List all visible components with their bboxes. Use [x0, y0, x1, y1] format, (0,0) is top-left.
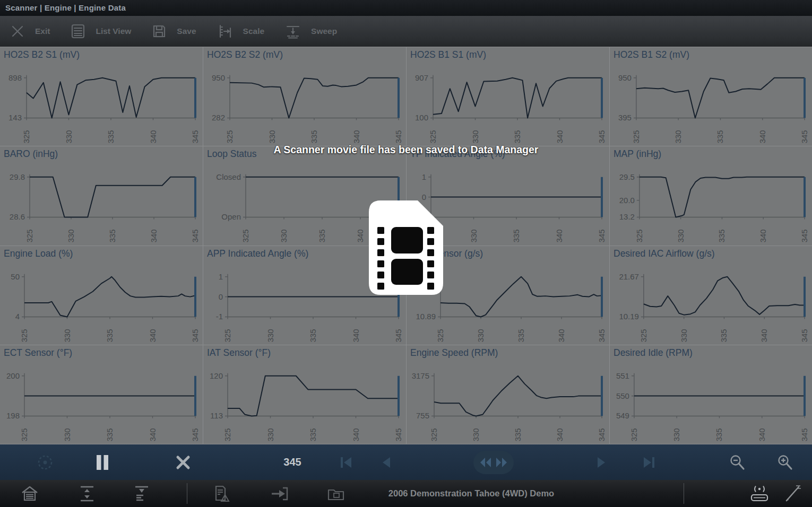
skip-start-icon	[339, 456, 353, 469]
exit-icon	[11, 24, 24, 38]
svg-text:335: 335	[105, 329, 114, 342]
svg-text:325: 325	[22, 130, 31, 143]
zoom-in-icon	[777, 454, 793, 470]
svg-text:0: 0	[219, 292, 223, 301]
collapse-button[interactable]	[133, 480, 151, 507]
movie-file-icon	[369, 200, 443, 295]
svg-text:340: 340	[149, 230, 158, 243]
chart-plot: 504325330335340345	[0, 246, 203, 345]
expand-button[interactable]	[78, 480, 96, 507]
svg-text:950: 950	[212, 73, 225, 82]
svg-text:330: 330	[64, 130, 73, 143]
scale-button[interactable]: Scale	[218, 24, 265, 39]
svg-text:345: 345	[800, 130, 809, 143]
svg-text:325: 325	[632, 130, 641, 143]
svg-text:100: 100	[415, 113, 428, 122]
stop-movie-button[interactable]	[175, 444, 191, 480]
status-divider	[187, 483, 187, 504]
chart-panel-iat-sensor[interactable]: IAT Sensor (°F)120113325330335340345	[203, 345, 407, 444]
chart-plot: 898143325330335340345	[0, 47, 203, 146]
chart-plot: 29.520.013.2325330335340345	[610, 146, 812, 245]
svg-text:325: 325	[629, 428, 638, 441]
chart-panel-ho2s-b1-s2[interactable]: HO2S B1 S2 (mV)950395325330335340345	[610, 47, 812, 146]
step-forward-button[interactable]	[594, 444, 608, 480]
sweep-button[interactable]: Sweep	[286, 24, 337, 39]
chart-panel-ho2s-b2-s2[interactable]: HO2S B2 S2 (mV)950282325330335340345	[203, 47, 407, 146]
svg-text:325: 325	[241, 230, 250, 243]
chart-plot: 907100325330335340345	[407, 47, 609, 146]
svg-text:345: 345	[800, 329, 809, 342]
playback-bar: 345	[0, 444, 812, 480]
svg-text:335: 335	[317, 230, 326, 243]
pause-button[interactable]	[95, 444, 110, 480]
step-back-button[interactable]	[379, 444, 393, 480]
stylus-button[interactable]	[783, 480, 802, 507]
svg-text:335: 335	[108, 230, 117, 243]
chart-plot: 950282325330335340345	[203, 47, 406, 146]
zoom-in-button[interactable]	[777, 444, 793, 480]
svg-text:Open: Open	[221, 213, 241, 222]
svg-text:Closed: Closed	[216, 172, 241, 181]
svg-text:325: 325	[20, 428, 29, 441]
svg-text:330: 330	[471, 428, 480, 441]
svg-text:395: 395	[618, 113, 632, 122]
svg-text:345: 345	[597, 428, 606, 441]
device-status-button[interactable]	[748, 480, 771, 507]
svg-text:325: 325	[639, 329, 648, 342]
svg-text:550: 550	[616, 391, 629, 400]
record-button[interactable]	[36, 444, 54, 480]
chart-panel-ho2s-b1-s1[interactable]: HO2S B1 S1 (mV)907100325330335340345	[407, 47, 610, 146]
svg-text:345: 345	[394, 329, 403, 342]
svg-text:549: 549	[616, 411, 629, 420]
svg-text:1: 1	[422, 172, 426, 181]
svg-text:330: 330	[469, 230, 478, 243]
zoom-out-button[interactable]	[729, 444, 745, 480]
scale-ruler-icon	[218, 24, 232, 39]
skip-to-start-button[interactable]	[339, 444, 353, 480]
svg-text:325: 325	[223, 428, 232, 441]
svg-text:1: 1	[219, 272, 223, 281]
svg-text:345: 345	[597, 329, 606, 342]
svg-text:10.89: 10.89	[416, 312, 436, 321]
svg-text:325: 325	[436, 329, 445, 342]
chart-panel-ect-sensor[interactable]: ECT Sensor (°F)200198325330335340345	[0, 345, 203, 444]
svg-text:335: 335	[513, 130, 522, 143]
file-manager-button[interactable]	[327, 480, 345, 507]
svg-text:330: 330	[673, 130, 683, 143]
skip-to-end-button[interactable]	[642, 444, 656, 480]
svg-text:330: 330	[470, 130, 479, 143]
chart-panel-baro[interactable]: BARO (inHg)29.828.6325330335340345	[0, 146, 203, 246]
save-button[interactable]: Save	[152, 24, 196, 38]
chart-panel-map[interactable]: MAP (inHg)29.520.013.2325330335340345	[610, 146, 812, 246]
home-button[interactable]	[20, 480, 39, 507]
svg-text:282: 282	[212, 113, 225, 122]
svg-text:345: 345	[597, 130, 606, 143]
exit-button[interactable]: Exit	[11, 24, 50, 38]
floppy-disk-icon	[152, 24, 166, 38]
frame-counter: 345	[266, 444, 319, 480]
chart-panel-engine-speed[interactable]: Engine Speed (RPM)3175755325330335340345	[407, 345, 610, 444]
svg-text:-1: -1	[216, 312, 223, 321]
svg-text:330: 330	[265, 329, 274, 342]
title-bar: Scanner | Engine | Engine Data	[0, 0, 812, 16]
chart-panel-desired-idle[interactable]: Desired Idle (RPM)5515505493253303353403…	[610, 345, 812, 444]
svg-text:335: 335	[106, 130, 115, 143]
data-log-button[interactable]	[213, 480, 231, 507]
status-divider-right	[684, 483, 684, 504]
svg-text:325: 325	[428, 130, 437, 143]
svg-text:330: 330	[279, 230, 288, 243]
chart-plot: 551550549325330335340345	[610, 345, 812, 444]
transfer-button[interactable]	[270, 480, 289, 507]
svg-text:29.5: 29.5	[619, 172, 635, 181]
svg-text:340: 340	[557, 329, 566, 342]
list-view-button[interactable]: List View	[71, 24, 131, 39]
svg-text:335: 335	[105, 428, 114, 441]
status-bar: 2006 Demonstration Tahoe (4WD) Demo	[0, 480, 812, 507]
chart-panel-ho2s-b2-s1[interactable]: HO2S B2 S1 (mV)898143325330335340345	[0, 47, 203, 146]
svg-text:29.8: 29.8	[10, 172, 25, 181]
chart-panel-desired-iac-airflow[interactable]: Desired IAC Airflow (g/s)21.6710.1932533…	[610, 246, 812, 345]
svg-text:330: 330	[267, 130, 276, 143]
rewind-fast-forward-button[interactable]	[473, 451, 514, 474]
chart-panel-engine-load[interactable]: Engine Load (%)504325330335340345	[0, 246, 203, 345]
svg-text:345: 345	[394, 428, 403, 441]
